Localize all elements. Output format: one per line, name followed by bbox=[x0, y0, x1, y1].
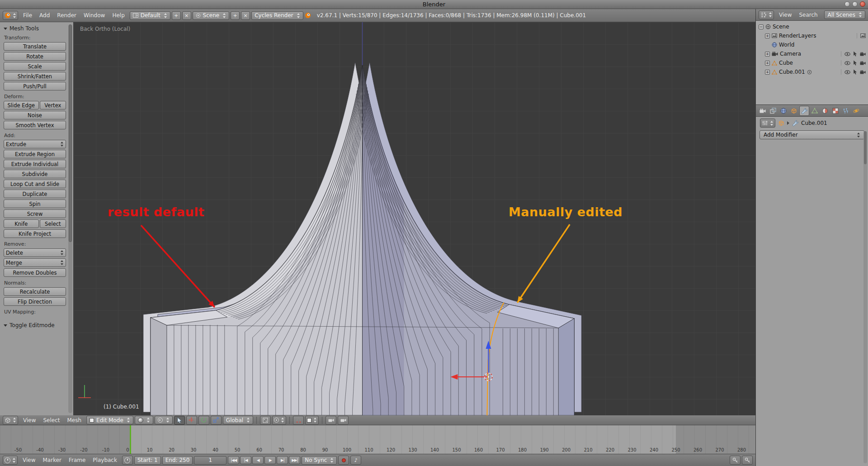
tool-button-rotate[interactable]: Rotate bbox=[4, 52, 66, 61]
tool-button-extrude-individual[interactable]: Extrude Individual bbox=[4, 160, 66, 168]
editor-type-button-timeline[interactable] bbox=[3, 456, 18, 465]
opengl-render-button[interactable] bbox=[326, 416, 336, 425]
tool-button-merge[interactable]: Merge bbox=[4, 258, 66, 267]
sync-mode-selector[interactable]: No Sync bbox=[302, 456, 337, 465]
properties-tab-modifiers[interactable] bbox=[799, 106, 809, 116]
keying-set-button[interactable] bbox=[730, 456, 741, 465]
toggle-editmode-panel-header[interactable]: Toggle Editmode bbox=[4, 322, 66, 328]
properties-tab-material[interactable] bbox=[820, 106, 830, 116]
cursor-icon[interactable] bbox=[853, 60, 857, 66]
render-engine-selector[interactable]: Cycles Render bbox=[251, 11, 303, 20]
tool-button-screw[interactable]: Screw bbox=[4, 209, 66, 218]
tool-button-subdivide[interactable]: Subdivide bbox=[4, 170, 66, 178]
tool-button-delete[interactable]: Delete bbox=[4, 248, 66, 257]
timeline-menu-playback[interactable]: Playback bbox=[89, 456, 121, 464]
scale-manipulator-button[interactable] bbox=[211, 416, 222, 425]
expand-icon[interactable]: + bbox=[765, 33, 770, 38]
insert-keyframe-button[interactable] bbox=[742, 456, 753, 465]
rotate-manipulator-button[interactable] bbox=[198, 416, 209, 425]
add-modifier-button[interactable]: Add Modifier bbox=[760, 130, 864, 139]
outliner-item-cube-001[interactable]: +Cube.001 bbox=[756, 67, 868, 76]
properties-tab-texture[interactable] bbox=[830, 106, 840, 116]
snap-toggle-button[interactable] bbox=[293, 416, 304, 425]
cursor-icon[interactable] bbox=[853, 69, 857, 75]
opengl-render-anim-button[interactable] bbox=[338, 416, 349, 425]
eye-icon[interactable] bbox=[844, 70, 850, 74]
screen-layout-selector[interactable]: Default bbox=[130, 11, 170, 20]
tool-button-scale[interactable]: Scale bbox=[4, 62, 66, 71]
jump-to-next-keyframe-button[interactable]: ▶| bbox=[277, 456, 288, 464]
jump-to-prev-keyframe-button[interactable]: |◀ bbox=[240, 456, 251, 464]
current-frame-marker[interactable] bbox=[130, 425, 131, 454]
outliner-display-filter[interactable]: All Scenes bbox=[824, 10, 865, 19]
tool-button-spin[interactable]: Spin bbox=[4, 200, 66, 208]
tool-button-push-pull[interactable]: Push/Pull bbox=[4, 82, 66, 90]
info-menu-window[interactable]: Window bbox=[80, 11, 108, 19]
scene-selector[interactable]: Scene bbox=[193, 11, 230, 20]
editor-type-button-info[interactable] bbox=[3, 11, 18, 20]
remove-screen-layout-button[interactable]: × bbox=[182, 11, 191, 20]
remove-scene-button[interactable]: × bbox=[241, 11, 250, 20]
close-button[interactable] bbox=[860, 1, 865, 7]
tool-button-vertex[interactable]: Vertex bbox=[40, 101, 66, 109]
info-menu-help[interactable]: Help bbox=[108, 11, 128, 19]
tool-button-translate[interactable]: Translate bbox=[4, 42, 66, 51]
outliner-item-world[interactable]: World bbox=[756, 40, 868, 49]
outliner-item-cube[interactable]: +Cube bbox=[756, 58, 868, 67]
outliner-item-scene[interactable]: −Scene bbox=[756, 22, 868, 31]
editor-type-button-view3d[interactable] bbox=[3, 416, 18, 425]
minimize-button[interactable] bbox=[844, 1, 850, 7]
tool-button-remove-doubles[interactable]: Remove Doubles bbox=[4, 268, 66, 277]
timeline-menu-view[interactable]: View bbox=[19, 456, 39, 464]
limit-selection-button[interactable] bbox=[260, 416, 271, 425]
use-preview-range-button[interactable] bbox=[122, 456, 133, 465]
end-frame-field[interactable]: End: 250 bbox=[162, 456, 193, 465]
jump-to-end-button[interactable]: ▶▶| bbox=[289, 456, 300, 464]
transform-orientation-selector[interactable]: Global bbox=[223, 416, 253, 424]
mode-selector[interactable]: Edit Mode bbox=[86, 416, 133, 424]
manipulator-toggle-button[interactable] bbox=[174, 416, 185, 425]
tool-button-shrink-fatten[interactable]: Shrink/Fatten bbox=[4, 72, 66, 81]
properties-tab-physics[interactable] bbox=[851, 106, 861, 116]
expand-icon[interactable]: + bbox=[765, 70, 770, 75]
scrollbar-thumb[interactable] bbox=[864, 131, 867, 164]
auto-keyframe-button[interactable] bbox=[338, 456, 349, 465]
outliner-menu-search[interactable]: Search bbox=[795, 11, 821, 19]
properties-tab-world[interactable] bbox=[778, 106, 788, 116]
tool-button-recalculate[interactable]: Recalculate bbox=[4, 287, 66, 296]
info-menu-file[interactable]: File bbox=[19, 11, 36, 19]
camera-toggle-icon[interactable] bbox=[860, 70, 866, 74]
jump-to-start-button[interactable]: |◀◀ bbox=[228, 456, 239, 464]
properties-tab-object[interactable] bbox=[789, 106, 799, 116]
tool-button-knife[interactable]: Knife bbox=[4, 219, 39, 228]
collapse-icon[interactable]: − bbox=[759, 24, 764, 29]
audio-sync-button[interactable]: ♪ bbox=[350, 456, 361, 465]
view3d-menu-select[interactable]: Select bbox=[39, 416, 63, 424]
expand-icon[interactable]: + bbox=[765, 61, 770, 66]
timeline-menu-marker[interactable]: Marker bbox=[39, 456, 65, 464]
proportional-edit-button[interactable] bbox=[272, 416, 286, 425]
play-button[interactable]: ▶ bbox=[264, 456, 276, 464]
maximize-button[interactable] bbox=[852, 1, 858, 7]
properties-tab-particles[interactable] bbox=[841, 106, 851, 116]
tool-button-extrude-region[interactable]: Extrude Region bbox=[4, 150, 66, 158]
tool-button-slide-edge[interactable]: Slide Edge bbox=[4, 101, 39, 109]
translate-manipulator-button[interactable] bbox=[186, 416, 197, 425]
tool-button-select[interactable]: Select bbox=[40, 219, 66, 228]
outliner-item-camera[interactable]: +Camera bbox=[756, 49, 868, 58]
tool-shelf-scrollbar[interactable] bbox=[68, 24, 72, 413]
timeline-scrubber[interactable]: -50-40-30-20-100102030405060708090100110… bbox=[0, 425, 755, 454]
tool-button-duplicate[interactable]: Duplicate bbox=[4, 190, 66, 198]
info-menu-render[interactable]: Render bbox=[53, 11, 80, 19]
viewport-shading-selector[interactable] bbox=[135, 416, 153, 424]
mesh-tools-panel-header[interactable]: Mesh Tools bbox=[4, 25, 66, 32]
timeline-menu-frame[interactable]: Frame bbox=[65, 456, 89, 464]
start-frame-field[interactable]: Start: 1 bbox=[134, 456, 161, 465]
tool-button-loop-cut-and-slide[interactable]: Loop Cut and Slide bbox=[4, 180, 66, 188]
current-frame-field[interactable]: 1 bbox=[194, 456, 226, 465]
scrollbar-thumb[interactable] bbox=[69, 24, 72, 242]
add-scene-button[interactable]: + bbox=[231, 11, 240, 20]
tool-button-knife-project[interactable]: Knife Project bbox=[4, 229, 66, 238]
properties-tab-render[interactable] bbox=[758, 106, 768, 116]
snap-element-button[interactable] bbox=[305, 416, 319, 425]
